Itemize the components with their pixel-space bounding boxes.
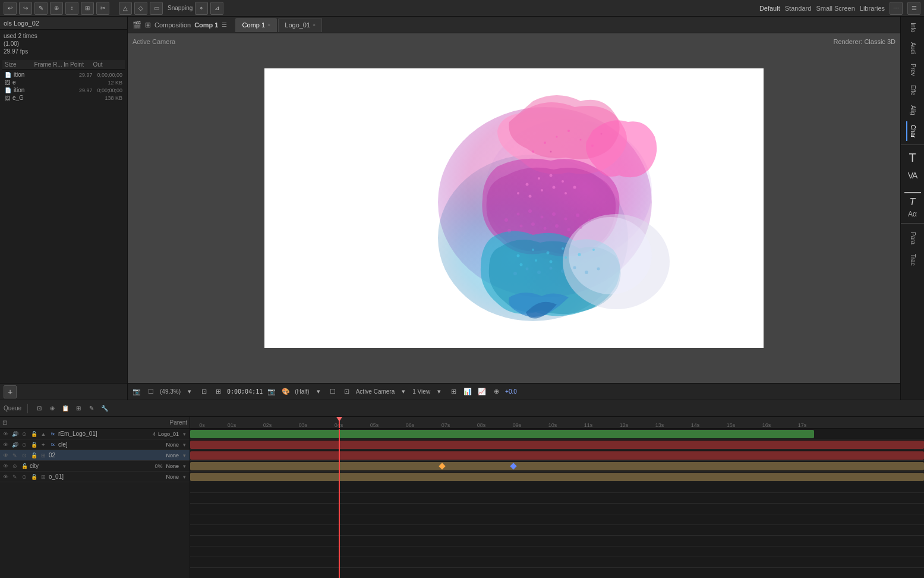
layer-solo-3[interactable]: ⊙ <box>20 451 29 460</box>
toolbar-btn-6[interactable]: ⊞ <box>81 2 94 15</box>
layer-visibility-4[interactable]: 👁 <box>1 462 10 470</box>
right-tab-preview[interactable]: Prev <box>906 60 919 80</box>
layer-3d-2[interactable]: ✦ <box>39 441 48 449</box>
right-tab-align[interactable]: Alig <box>906 102 919 119</box>
toolbar-btn-5[interactable]: ↕ <box>65 2 78 15</box>
layer-parent-dropdown-3[interactable]: ▾ <box>180 451 188 460</box>
workspace-default[interactable]: Default <box>759 5 780 12</box>
layer-lock-3[interactable]: 🔓 <box>30 451 38 460</box>
right-tab-effects[interactable]: Effe <box>906 81 919 99</box>
toolbar-btn-10[interactable]: ▭ <box>150 2 163 15</box>
layer-row-1[interactable]: 👁 🔊 ⊙ 🔓 ▲ fx rEm_Logo_01] 4 Logo_01 ▾ <box>0 429 190 439</box>
track-row-4[interactable] <box>190 461 924 472</box>
view-dropdown[interactable]: ▾ <box>434 387 444 397</box>
layer-visibility-2[interactable]: 👁 <box>1 441 10 449</box>
layer-collapse-1[interactable]: ▲ <box>39 430 48 438</box>
resolution-label[interactable]: (Half) <box>295 388 309 395</box>
layer-audio-1[interactable]: 🔊 <box>11 430 19 438</box>
char-Az[interactable]: Aα <box>908 210 917 218</box>
layer-visibility-5[interactable]: 👁 <box>1 473 10 481</box>
right-tab-para[interactable]: Para <box>906 228 919 248</box>
layer-visibility-1[interactable]: 👁 <box>1 430 10 438</box>
camera-dropdown[interactable]: ▾ <box>398 387 409 397</box>
toolbar-settings[interactable]: ☰ <box>907 2 920 15</box>
layer-parent-dropdown-4[interactable]: ▾ <box>180 462 188 470</box>
toolbar-btn-2[interactable]: ↪ <box>19 2 32 15</box>
viewer-btn-8[interactable]: 📊 <box>462 387 473 397</box>
layer-row-4[interactable]: 👁 ⊙ 🔓 city 0% None ▾ <box>0 461 190 472</box>
layer-fx-2[interactable]: fx <box>49 441 57 449</box>
layer-visibility-3[interactable]: 👁 <box>1 451 10 460</box>
list-item[interactable]: 🖼 e 12 KB <box>4 78 124 86</box>
viewer-btn-7[interactable]: ⊞ <box>448 387 459 397</box>
exposure-label[interactable]: +0.0 <box>505 388 517 395</box>
layer-lock-5[interactable]: 🔓 <box>30 473 38 481</box>
toolbar-btn-4[interactable]: ⊕ <box>50 2 63 15</box>
timecode-display[interactable]: 0;00;04;11 <box>227 388 263 395</box>
char-T-italic[interactable]: T <box>910 197 916 208</box>
tl-btn-4[interactable]: ⊞ <box>73 403 84 414</box>
toolbar-btn-7[interactable]: ✂ <box>96 2 109 15</box>
layer-parent-dropdown-5[interactable]: ▾ <box>180 473 188 481</box>
layer-parent-dropdown-1[interactable]: ▾ <box>180 430 188 438</box>
track-row-5[interactable] <box>190 472 924 482</box>
tab-logo01[interactable]: Logo_01 × <box>278 18 322 32</box>
tab-logo01-close[interactable]: × <box>313 22 316 28</box>
viewer-btn-color[interactable]: 🎨 <box>280 387 291 397</box>
layer-solo-5[interactable]: ⊙ <box>20 473 29 481</box>
layer-fx-1[interactable]: fx <box>49 430 57 438</box>
viewer-btn-3[interactable]: ⊡ <box>198 387 209 397</box>
right-tab-info[interactable]: Info <box>906 19 919 36</box>
tab-comp1-close[interactable]: × <box>267 22 270 28</box>
viewer-btn-6[interactable]: ⊡ <box>342 387 352 397</box>
toolbar-btn-snap[interactable]: ⌖ <box>195 2 208 15</box>
layer-3d-3[interactable]: ⊞ <box>39 451 48 460</box>
layer-audio-4[interactable]: ⊙ <box>11 462 19 470</box>
zoom-dropdown[interactable]: ▾ <box>184 387 195 397</box>
view-label[interactable]: 1 View <box>412 388 430 395</box>
toolbar-btn-8[interactable]: △ <box>119 2 132 15</box>
workspace-standard[interactable]: Standard <box>785 5 812 12</box>
viewer-btn-5[interactable]: ☐ <box>327 387 338 397</box>
layer-audio-2[interactable]: 🔊 <box>11 441 19 449</box>
camera-label[interactable]: Active Camera <box>356 388 395 395</box>
new-item-btn[interactable]: + <box>4 385 17 398</box>
track-row-1[interactable] <box>190 429 924 439</box>
workspace-libraries[interactable]: Libraries <box>860 5 885 12</box>
right-tab-track[interactable]: Trac <box>906 250 919 269</box>
resolution-dropdown[interactable]: ▾ <box>313 387 324 397</box>
viewer-btn-10[interactable]: ⊕ <box>491 387 502 397</box>
layer-3d-5[interactable]: ⊞ <box>39 473 48 481</box>
list-item[interactable]: 📄 ition 29.97 0;00;00;00 <box>4 86 124 94</box>
workspace-small[interactable]: Small Screen <box>816 5 854 12</box>
tl-btn-3[interactable]: 📋 <box>60 403 71 414</box>
layer-row-5[interactable]: 👁 ✎ ⊙ 🔓 ⊞ o_01] None ▾ <box>0 472 190 482</box>
layer-lock-1[interactable]: 🔓 <box>30 430 38 438</box>
toolbar-btn-11[interactable]: ⊿ <box>210 2 223 15</box>
viewer-btn-snapshot[interactable]: 📷 <box>131 387 142 397</box>
tab-comp1[interactable]: Comp 1 × <box>235 18 277 32</box>
list-item[interactable]: 📄 ition 29.97 0;00;00;00 <box>4 71 124 78</box>
layer-row-2[interactable]: 👁 🔊 ⊙ 🔓 ✦ fx cle] None ▾ <box>0 439 190 450</box>
toolbar-btn-1[interactable]: ↩ <box>4 2 17 15</box>
tl-btn-6[interactable]: 🔧 <box>99 403 110 414</box>
layer-row-3[interactable]: 👁 ✎ ⊙ 🔓 ⊞ 02 None ▾ <box>0 450 190 461</box>
track-row-2[interactable] <box>190 439 924 450</box>
tl-btn-5[interactable]: ✎ <box>86 403 97 414</box>
playhead-marker[interactable] <box>339 417 340 428</box>
toolbar-btn-9[interactable]: ◇ <box>134 2 147 15</box>
tl-btn-1[interactable]: ⊡ <box>34 403 45 414</box>
zoom-level[interactable]: (49.3%) <box>160 388 181 395</box>
toolbar-btn-3[interactable]: ✎ <box>34 2 48 15</box>
layer-audio-5[interactable]: ✎ <box>11 473 19 481</box>
right-tab-audio[interactable]: Audi <box>906 39 919 58</box>
right-tab-char[interactable]: Char <box>906 121 919 142</box>
list-item[interactable]: 🖼 e_G 138 KB <box>4 94 124 102</box>
workspace-more[interactable]: ⋯ <box>890 2 903 15</box>
comp-menu-btn[interactable]: ☰ <box>222 21 227 28</box>
viewer-btn-9[interactable]: 📈 <box>477 387 487 397</box>
layer-solo-2[interactable]: ⊙ <box>20 441 29 449</box>
char-underline-btn[interactable] <box>904 185 921 193</box>
layer-audio-3[interactable]: ✎ <box>11 451 19 460</box>
char-T-large[interactable]: T <box>906 149 918 167</box>
